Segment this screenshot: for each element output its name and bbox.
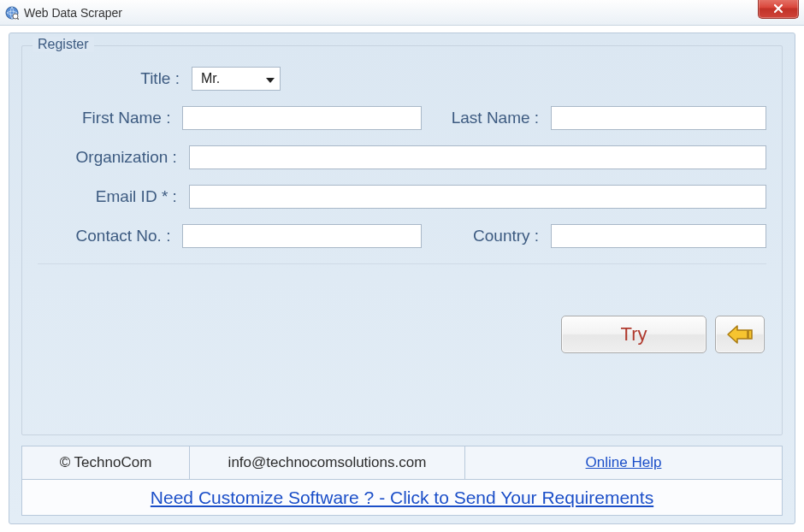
label-title: Title : bbox=[38, 69, 192, 88]
label-country: Country : bbox=[422, 227, 551, 245]
chevron-down-icon bbox=[266, 71, 275, 86]
titlebar: Web Data Scraper bbox=[0, 0, 804, 26]
footer-email: info@technocomsolutions.com bbox=[190, 446, 465, 479]
close-button[interactable] bbox=[758, 0, 799, 19]
last-name-input[interactable] bbox=[551, 106, 766, 130]
try-button[interactable]: Try bbox=[561, 316, 706, 353]
organization-input[interactable] bbox=[189, 145, 766, 169]
back-button[interactable] bbox=[715, 316, 765, 353]
row-org: Organization : bbox=[38, 145, 766, 169]
footer-help-cell: Online Help bbox=[465, 446, 782, 479]
label-email: Email ID * : bbox=[38, 187, 189, 206]
row-title: Title : Mr. bbox=[38, 67, 766, 91]
title-select[interactable]: Mr. bbox=[192, 67, 281, 91]
app-icon bbox=[5, 6, 19, 20]
label-contact: Contact No. : bbox=[38, 227, 182, 245]
country-input[interactable] bbox=[551, 224, 766, 248]
close-icon bbox=[772, 3, 784, 14]
label-first-name: First Name : bbox=[38, 109, 182, 127]
svg-line-2 bbox=[17, 18, 19, 20]
svg-rect-3 bbox=[748, 330, 752, 339]
footer: © TechnoCom info@technocomsolutions.com … bbox=[21, 446, 783, 516]
try-button-label: Try bbox=[621, 323, 647, 346]
arrow-left-icon bbox=[725, 323, 754, 346]
row-email: Email ID * : bbox=[38, 185, 766, 209]
row-contact: Contact No. : Country : bbox=[38, 224, 766, 248]
customize-link[interactable]: Need Customize Software ? - Click to Sen… bbox=[151, 488, 653, 508]
title-select-value: Mr. bbox=[201, 71, 220, 86]
footer-copyright: © TechnoCom bbox=[22, 446, 190, 479]
window-title: Web Data Scraper bbox=[24, 6, 122, 20]
row-name: First Name : Last Name : bbox=[38, 106, 766, 130]
label-organization: Organization : bbox=[38, 148, 189, 167]
divider bbox=[38, 263, 766, 264]
email-input[interactable] bbox=[189, 185, 766, 209]
main-panel: Register Title : Mr. First Name : Last N… bbox=[9, 33, 795, 524]
first-name-input[interactable] bbox=[182, 106, 422, 130]
label-last-name: Last Name : bbox=[422, 109, 551, 127]
groupbox-legend: Register bbox=[33, 37, 94, 52]
button-row: Try bbox=[38, 316, 766, 353]
online-help-link[interactable]: Online Help bbox=[586, 454, 662, 471]
footer-row-1: © TechnoCom info@technocomsolutions.com … bbox=[22, 446, 782, 479]
contact-input[interactable] bbox=[182, 224, 422, 248]
register-groupbox: Register Title : Mr. First Name : Last N… bbox=[21, 45, 783, 435]
footer-row-2: Need Customize Software ? - Click to Sen… bbox=[22, 479, 782, 515]
